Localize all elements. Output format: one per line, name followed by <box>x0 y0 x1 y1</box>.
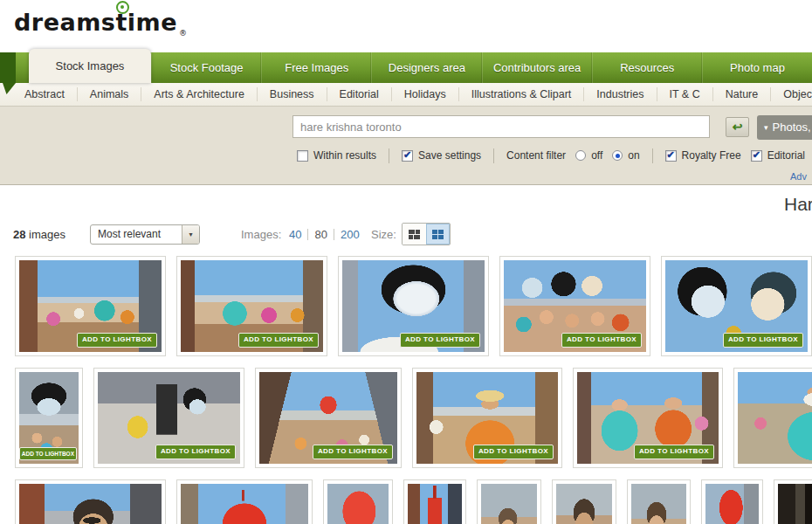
per-page-divider <box>307 229 308 240</box>
add-to-lightbox-button[interactable]: ADD TO LIGHTBOX <box>634 445 714 459</box>
search-result-thumbnail[interactable]: ADD TO LIGHTBOX <box>15 256 166 356</box>
tab-contributors-area[interactable]: Contributors area <box>482 52 592 83</box>
add-to-lightbox-button[interactable]: ADD TO LIGHTBOX <box>723 333 803 348</box>
thumbnail-photo[interactable]: ADD TO LIGHTBOX <box>259 372 397 464</box>
thumbnail-photo[interactable]: ADD TO LIGHTBOX <box>665 260 808 352</box>
search-input[interactable] <box>292 115 710 138</box>
search-result-thumbnail[interactable] <box>733 368 812 468</box>
tab-designers-area[interactable]: Designers area <box>371 52 481 83</box>
filter-divider <box>389 148 389 163</box>
filter-royalty-free: Royalty Free <box>665 149 741 162</box>
thumbnail-photo[interactable] <box>19 484 162 524</box>
results-count-suffix: images <box>29 228 65 241</box>
category-industries[interactable]: Industries <box>583 87 656 101</box>
advanced-search-link[interactable]: Adv <box>790 171 807 182</box>
tab-free-images[interactable]: Free Images <box>261 52 371 83</box>
radio-off[interactable] <box>575 150 586 161</box>
thumbnail-photo[interactable] <box>556 484 612 524</box>
search-result-thumbnail[interactable] <box>627 479 691 524</box>
add-to-lightbox-button[interactable]: ADD TO LIGHTBOX <box>561 333 642 348</box>
search-result-thumbnail[interactable]: ADD TO LIGHTBOX <box>255 368 402 468</box>
search-result-thumbnail[interactable] <box>176 479 313 524</box>
search-result-thumbnail[interactable] <box>552 479 616 524</box>
add-to-lightbox-button[interactable]: ADD TO LIGHTBOX <box>238 333 319 348</box>
thumbnail-photo[interactable]: ADD TO LIGHTBOX <box>504 260 646 352</box>
nav-tabs: Stock ImagesStock FootageFree ImagesDesi… <box>16 52 812 83</box>
category-editorial[interactable]: Editorial <box>327 87 391 101</box>
checkbox-editorial[interactable] <box>751 150 762 162</box>
sort-dropdown[interactable]: Most relevant ▾ <box>90 224 200 245</box>
tab-resources[interactable]: Resources <box>592 52 702 83</box>
search-result-thumbnail[interactable] <box>701 479 763 524</box>
thumbnail-photo[interactable]: ADD TO LIGHTBOX <box>19 372 79 464</box>
category-arts-architecture[interactable]: Arts & Architecture <box>141 87 257 101</box>
per-page-200[interactable]: 200 <box>341 228 360 241</box>
search-result-thumbnail[interactable] <box>323 479 393 524</box>
category-objects[interactable]: Objects <box>770 87 812 101</box>
add-to-lightbox-button[interactable]: ADD TO LIGHTBOX <box>400 333 480 348</box>
checkbox-within-results[interactable] <box>297 150 308 162</box>
add-to-lightbox-button[interactable]: ADD TO LIGHTBOX <box>77 333 157 348</box>
radio-label: on <box>628 149 639 162</box>
size-large-button[interactable] <box>426 224 450 245</box>
checkbox-royalty-free[interactable] <box>665 150 677 162</box>
thumbnail-photo[interactable] <box>738 372 812 464</box>
checkbox-save-settings[interactable] <box>402 150 413 162</box>
tab-stock-images[interactable]: Stock Images <box>29 49 151 83</box>
category-animals[interactable]: Animals <box>77 87 141 101</box>
page-heading: Har <box>784 194 812 215</box>
search-result-thumbnail[interactable]: ADD TO LIGHTBOX <box>412 368 562 468</box>
thumbnail-photo[interactable]: ADD TO LIGHTBOX <box>577 372 719 464</box>
add-to-lightbox-button[interactable]: ADD TO LIGHTBOX <box>19 447 77 460</box>
thumbnail-photo[interactable] <box>181 484 308 524</box>
category-holidays[interactable]: Holidays <box>391 87 458 101</box>
tab-stock-footage[interactable]: Stock Footage <box>151 52 261 83</box>
thumbnail-photo[interactable]: ADD TO LIGHTBOX <box>19 260 162 352</box>
radio-on[interactable] <box>612 150 623 161</box>
category-abstract[interactable]: Abstract <box>12 87 77 101</box>
search-result-thumbnail[interactable]: ADD TO LIGHTBOX <box>573 368 723 468</box>
sort-dropdown-button[interactable]: ▾ <box>182 225 199 244</box>
search-result-thumbnail[interactable]: ADD TO LIGHTBOX <box>661 256 812 356</box>
thumbnail-photo[interactable] <box>631 484 686 524</box>
search-result-thumbnail[interactable]: ADD TO LIGHTBOX <box>93 368 244 468</box>
per-page-40[interactable]: 40 <box>289 228 301 241</box>
category-it-c[interactable]: IT & C <box>657 87 712 101</box>
return-arrow-icon: ↩ <box>733 120 743 134</box>
add-to-lightbox-button[interactable]: ADD TO LIGHTBOX <box>473 445 554 459</box>
add-to-lightbox-button[interactable]: ADD TO LIGHTBOX <box>313 445 393 459</box>
search-go-button[interactable]: ↩ <box>726 117 749 137</box>
search-result-thumbnail[interactable]: ADD TO LIGHTBOX <box>176 256 327 356</box>
category-business[interactable]: Business <box>257 87 327 101</box>
search-result-thumbnail[interactable] <box>774 479 812 524</box>
per-page-divider <box>334 229 334 240</box>
dreamstime-logo[interactable]: dreamstime® <box>14 9 188 38</box>
search-result-thumbnail[interactable] <box>403 479 466 524</box>
add-to-lightbox-button[interactable]: ADD TO LIGHTBOX <box>155 445 236 459</box>
filter-label: Save settings <box>418 149 481 162</box>
search-result-thumbnail[interactable]: ADD TO LIGHTBOX <box>499 256 650 356</box>
tab-label: Stock Images <box>56 59 125 72</box>
filter-divider <box>493 148 494 163</box>
thumbnail-photo[interactable]: ADD TO LIGHTBOX <box>416 372 558 464</box>
search-result-thumbnail[interactable] <box>477 479 541 524</box>
size-label: Size: <box>371 228 396 241</box>
category-nature[interactable]: Nature <box>712 87 771 101</box>
search-result-thumbnail[interactable]: ADD TO LIGHTBOX <box>15 368 83 468</box>
thumbnail-photo[interactable]: ADD TO LIGHTBOX <box>98 372 240 464</box>
size-small-button[interactable] <box>403 224 426 245</box>
tab-photo-map[interactable]: Photo map <box>702 52 812 83</box>
thumbnail-photo[interactable] <box>481 484 537 524</box>
category-illustrations-clipart[interactable]: Illustrations & Clipart <box>458 87 584 101</box>
thumbnail-photo[interactable] <box>408 484 462 524</box>
thumbnail-photo[interactable] <box>705 484 759 524</box>
per-page-80[interactable]: 80 <box>314 228 327 241</box>
search-result-thumbnail[interactable] <box>15 479 166 524</box>
results-count-number: 28 <box>13 228 25 241</box>
thumbnail-photo[interactable] <box>778 484 812 524</box>
thumbnail-photo[interactable]: ADD TO LIGHTBOX <box>342 260 485 352</box>
thumbnail-photo[interactable] <box>327 484 389 524</box>
thumbnail-photo[interactable]: ADD TO LIGHTBOX <box>181 260 323 352</box>
search-result-thumbnail[interactable]: ADD TO LIGHTBOX <box>338 256 489 356</box>
media-type-dropdown[interactable]: ▾Photos, <box>757 115 812 140</box>
